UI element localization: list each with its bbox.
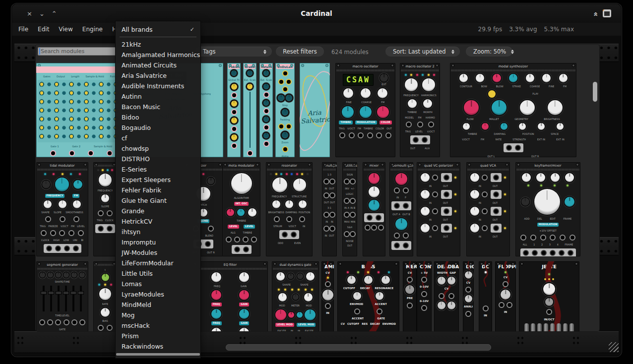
knob[interactable] xyxy=(211,309,221,319)
module-digi[interactable]: DIGICVANALOG xyxy=(463,261,474,331)
module-macro-oscillator-2[interactable]: macro oscillator 2FREQUENCYHARMONICSTIMB… xyxy=(400,63,440,157)
knob[interactable] xyxy=(272,178,287,192)
reset-filters-button[interactable]: Reset filters xyxy=(276,47,324,57)
jack[interactable] xyxy=(344,212,350,218)
knob[interactable] xyxy=(381,276,390,284)
jack[interactable] xyxy=(403,187,409,193)
jack[interactable] xyxy=(422,137,428,143)
knob[interactable] xyxy=(395,218,407,230)
module-meta-modulator[interactable]: meta modulatorALGORITHMINT. OSCTIMBRELEV… xyxy=(222,162,260,256)
knob[interactable] xyxy=(211,272,221,282)
module-grabby[interactable]: GrabbyExt. Scale xyxy=(243,63,256,157)
slider[interactable] xyxy=(43,286,45,311)
knob[interactable] xyxy=(369,173,380,184)
knob[interactable] xyxy=(73,200,81,208)
jack[interactable] xyxy=(432,175,438,181)
knob[interactable] xyxy=(101,194,109,202)
jack[interactable] xyxy=(499,302,505,308)
slider[interactable] xyxy=(80,286,82,311)
jack[interactable] xyxy=(282,232,288,238)
slider[interactable] xyxy=(50,286,52,311)
module-utilities[interactable]: utilitiesSIGNINV+/-LOGICIN AIN BMAXMINS&… xyxy=(342,162,357,256)
brand-menu-item[interactable]: Fehler Fabrik xyxy=(116,185,200,195)
jack[interactable] xyxy=(378,225,384,231)
knob[interactable] xyxy=(361,88,371,98)
knob[interactable] xyxy=(102,274,109,281)
jack[interactable] xyxy=(323,192,329,198)
jack[interactable] xyxy=(45,216,51,222)
knob[interactable] xyxy=(288,312,294,318)
knob[interactable] xyxy=(492,100,506,115)
jack[interactable] xyxy=(432,208,438,214)
knob[interactable] xyxy=(421,207,430,216)
jack[interactable] xyxy=(59,230,65,236)
brand-menu-item[interactable]: MindMeld xyxy=(116,300,200,310)
knob[interactable] xyxy=(470,173,479,182)
brand-menu-item[interactable]: chowdsp xyxy=(116,143,200,154)
jack[interactable] xyxy=(107,150,113,156)
jack[interactable] xyxy=(482,208,488,214)
jack[interactable] xyxy=(299,216,305,222)
knob[interactable] xyxy=(247,70,253,76)
knob[interactable] xyxy=(501,290,510,300)
jack[interactable] xyxy=(107,210,113,216)
jack[interactable] xyxy=(286,123,292,129)
jack[interactable] xyxy=(520,235,526,241)
search-input[interactable] xyxy=(38,47,116,56)
knob[interactable] xyxy=(438,302,445,309)
jack[interactable] xyxy=(247,150,253,156)
knob[interactable] xyxy=(501,123,507,130)
knob[interactable] xyxy=(297,312,303,318)
knob[interactable] xyxy=(509,74,517,82)
knob[interactable] xyxy=(538,123,545,130)
brand-menu-item[interactable]: E-Series xyxy=(116,164,200,175)
knob[interactable] xyxy=(282,132,288,138)
knob[interactable] xyxy=(526,74,534,82)
knob[interactable] xyxy=(465,271,472,279)
knob[interactable] xyxy=(278,293,287,302)
knob[interactable] xyxy=(239,272,249,282)
slider[interactable] xyxy=(72,286,74,311)
knob[interactable] xyxy=(79,272,85,278)
menu-scrollbar[interactable] xyxy=(116,353,200,356)
knob[interactable] xyxy=(247,84,253,89)
jack[interactable] xyxy=(417,121,423,127)
module-panel[interactable]: FREQUENCYSLOPETRIGCLOCK xyxy=(93,162,117,256)
jack[interactable] xyxy=(325,281,331,287)
jack[interactable] xyxy=(403,203,409,209)
knob[interactable] xyxy=(376,292,383,300)
jack[interactable] xyxy=(465,311,471,317)
menu-engine[interactable]: Engine xyxy=(82,25,103,34)
knob[interactable] xyxy=(423,99,432,108)
jack[interactable] xyxy=(231,143,237,149)
module-quad-vca[interactable]: quad VCAINOUTINOUTINOUTINOUT xyxy=(466,162,510,256)
knob[interactable] xyxy=(459,74,468,82)
jack[interactable] xyxy=(403,233,409,239)
brand-menu-item[interactable]: Rackwindows xyxy=(116,341,200,352)
knob[interactable] xyxy=(275,309,286,320)
knob[interactable] xyxy=(521,198,529,206)
jack[interactable] xyxy=(421,291,427,297)
knob[interactable] xyxy=(288,273,294,279)
jack[interactable] xyxy=(282,70,288,76)
knob[interactable] xyxy=(272,200,280,208)
module-macro-oscillator[interactable]: macro oscillatorCSAWEXTFINECOARSEFMTIMBR… xyxy=(335,63,395,157)
knob[interactable] xyxy=(63,272,69,278)
zoom-select[interactable]: Zoom: 50% xyxy=(466,47,512,57)
jack[interactable] xyxy=(465,287,471,293)
jack[interactable] xyxy=(68,230,74,236)
jack[interactable] xyxy=(432,225,438,231)
knob[interactable] xyxy=(263,133,269,138)
knob[interactable] xyxy=(522,173,531,182)
jack[interactable] xyxy=(394,203,400,209)
jack[interactable] xyxy=(482,175,488,181)
jack[interactable] xyxy=(39,319,45,325)
sort-select[interactable]: Sort: Last updated xyxy=(385,47,460,57)
knob[interactable] xyxy=(476,74,484,82)
module-panel[interactable]: GatesOutputLengthSample & HoldFortuneGat… xyxy=(36,63,127,157)
knob[interactable] xyxy=(231,118,237,123)
jack[interactable] xyxy=(354,308,360,314)
jack[interactable] xyxy=(421,305,427,311)
brand-menu-item-all-brands[interactable]: All brands✓ xyxy=(116,24,200,35)
jack[interactable] xyxy=(394,233,400,239)
